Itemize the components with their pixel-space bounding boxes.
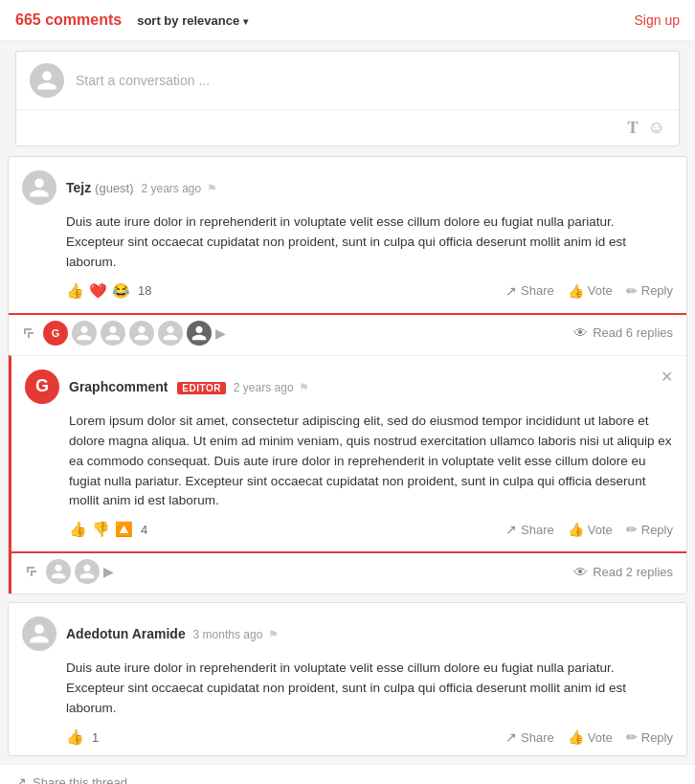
action-buttons-1: ↗ Share 👍 Vote ✏ Reply: [505, 283, 673, 299]
reply-avatar-5: [158, 321, 183, 346]
vote-button-1[interactable]: 👍 Vote: [568, 283, 613, 299]
reaction-count-1: 18: [138, 283, 151, 298]
gc-vote-button[interactable]: 👍 Vote: [568, 522, 613, 537]
author-name-1: Tejz: [66, 180, 91, 195]
editor-badge: EDITOR: [177, 382, 226, 394]
comment-main-2: Adedotun Aramide 3 months ago ⚑ Duis aut…: [9, 603, 686, 755]
action-buttons-2: ↗ Share 👍 Vote ✏ Reply: [505, 729, 673, 745]
reply-indent-icon: [25, 565, 38, 578]
expand-replies-btn-1[interactable]: ▶: [215, 325, 226, 341]
gc-reply-icon: ✏: [626, 522, 638, 537]
reply-avatar-3: [101, 321, 125, 346]
share-thread-label: Share this thread: [33, 775, 127, 784]
nested-replies-row-1-1: ▶ 👁 Read 2 replies: [11, 551, 686, 594]
read-nested-replies-btn[interactable]: 👁 Read 2 replies: [573, 564, 673, 580]
thumbsup-icon-2[interactable]: 👍: [66, 728, 84, 746]
user-icon: [76, 325, 93, 342]
nested-reply-avatars-1-1: ▶: [25, 559, 114, 584]
reaction-count-2: 1: [92, 730, 99, 745]
gc-vote-icon: 👍: [568, 522, 584, 537]
user-icon: [50, 563, 67, 580]
comment-thread-2: Adedotun Aramide 3 months ago ⚑ Duis aut…: [8, 602, 687, 756]
eye-icon-nested: 👁: [573, 564, 588, 580]
reply-indent-icon: [22, 326, 35, 340]
eye-icon-1: 👁: [573, 325, 588, 341]
flag-icon-gc[interactable]: ⚑: [299, 381, 309, 394]
gc-share-button[interactable]: ↗ Share: [505, 522, 554, 537]
comment-main-1: Tejz (guest) 2 years ago ⚑ Duis aute iru…: [9, 157, 686, 309]
sort-by-label: sort by relevance ▾: [137, 13, 248, 28]
reply-icon-1: ✏: [626, 283, 638, 299]
comment-placeholder[interactable]: Start a conversation ...: [76, 73, 665, 88]
reply-avatars-1: G ▶: [22, 321, 226, 346]
gc-reaction-count: 4: [141, 523, 147, 537]
laugh-icon[interactable]: 😂: [112, 282, 130, 300]
reply-button-2[interactable]: ✏ Reply: [626, 729, 673, 745]
gc-share-icon: ↗: [505, 522, 517, 537]
gc-thumbsup-icon[interactable]: 👍: [69, 521, 87, 538]
author-suffix-1: (guest): [95, 181, 133, 195]
comment-header-1: Tejz (guest) 2 years ago ⚑: [22, 170, 673, 205]
author-avatar-1: [22, 170, 56, 205]
author-avatar-2: [22, 616, 56, 651]
collapse-replies-btn-1[interactable]: [22, 326, 35, 340]
reply-icon-2: ✏: [626, 729, 638, 745]
gc-reactions: 👍 👎 🔼 4: [69, 521, 147, 538]
user-icon: [162, 325, 179, 342]
expand-nested-replies-btn[interactable]: ▶: [103, 564, 114, 579]
reply-button-1[interactable]: ✏ Reply: [626, 283, 673, 299]
collapse-nested-replies-btn[interactable]: [25, 565, 38, 578]
user-icon: [28, 176, 51, 199]
new-comment-tools: 𝐓 ☺: [16, 109, 679, 146]
close-reply-btn-1-1[interactable]: ✕: [661, 370, 673, 385]
gc-author-info: Graphcomment EDITOR 2 years ago ⚑: [69, 379, 309, 394]
read-replies-btn-1[interactable]: 👁 Read 6 replies: [573, 325, 673, 341]
user-icon: [104, 325, 122, 342]
sort-arrow-icon[interactable]: ▾: [243, 16, 248, 27]
user-icon: [35, 69, 58, 92]
flag-icon-2[interactable]: ⚑: [268, 628, 279, 641]
new-comment-input-row: Start a conversation ...: [16, 52, 679, 109]
flag-icon-1[interactable]: ⚑: [207, 182, 217, 195]
reactions-2: 👍 1: [66, 728, 99, 746]
comments-count: 665 comments: [15, 11, 122, 29]
reply-avatar-4: [129, 321, 154, 346]
gc-avatar: G: [25, 370, 59, 404]
comment-actions-2: 👍 1 ↗ Share 👍 Vote ✏ Reply: [66, 728, 673, 746]
share-thread-icon: ↗: [15, 774, 27, 784]
author-info-1: Tejz (guest) 2 years ago ⚑: [66, 180, 217, 195]
nested-reply-avatar-1: [46, 559, 71, 584]
comment-body-1: Duis aute irure dolor in reprehenderit i…: [66, 213, 673, 273]
comment-thread-1: Tejz (guest) 2 years ago ⚑ Duis aute iru…: [8, 156, 687, 594]
comment-time-1: 2 years ago: [141, 182, 201, 195]
vote-button-2[interactable]: 👍 Vote: [568, 729, 613, 745]
nested-comment-header-1-1: G Graphcomment EDITOR 2 years ago ⚑: [25, 370, 673, 404]
author-info-2: Adedotun Aramide 3 months ago ⚑: [66, 626, 279, 641]
comment-time-2: 3 months ago: [193, 628, 263, 641]
reply-avatar-6: [187, 321, 212, 346]
nested-reply-avatar-2: [75, 559, 100, 584]
author-name-2: Adedotun Aramide: [66, 626, 186, 641]
sign-up-link[interactable]: Sign up: [635, 12, 680, 28]
comment-actions-1: 👍 ❤️ 😂 18 ↗ Share 👍 Vote ✏: [66, 282, 673, 300]
thumbsup-icon[interactable]: 👍: [66, 282, 84, 300]
new-comment-box: Start a conversation ... 𝐓 ☺: [15, 51, 680, 146]
heart-icon[interactable]: ❤️: [89, 282, 107, 300]
user-icon: [78, 563, 96, 580]
gc-author-name: Graphcomment: [69, 379, 168, 394]
emoji-icon[interactable]: ☺: [648, 118, 665, 138]
gc-comment-actions: 👍 👎 🔼 4 ↗ Share 👍 Vote: [69, 521, 673, 538]
text-format-icon[interactable]: 𝐓: [627, 118, 639, 138]
reply-avatar-2: [72, 321, 97, 346]
share-button-2[interactable]: ↗ Share: [505, 729, 554, 745]
gc-reply-button[interactable]: ✏ Reply: [626, 522, 673, 537]
gc-heart-icon[interactable]: 👎: [92, 521, 110, 538]
reply-avatar-gc: G: [43, 321, 68, 346]
share-thread[interactable]: ↗ Share this thread: [0, 764, 695, 784]
comment-body-2: Duis aute irure dolor in reprehenderit i…: [66, 659, 673, 719]
share-button-1[interactable]: ↗ Share: [505, 283, 554, 299]
reactions-1: 👍 ❤️ 😂 18: [66, 282, 151, 300]
gc-laugh-icon[interactable]: 🔼: [115, 521, 133, 538]
comments-header: 665 comments sort by relevance ▾ Sign up: [0, 0, 695, 41]
share-icon-1: ↗: [505, 283, 517, 299]
